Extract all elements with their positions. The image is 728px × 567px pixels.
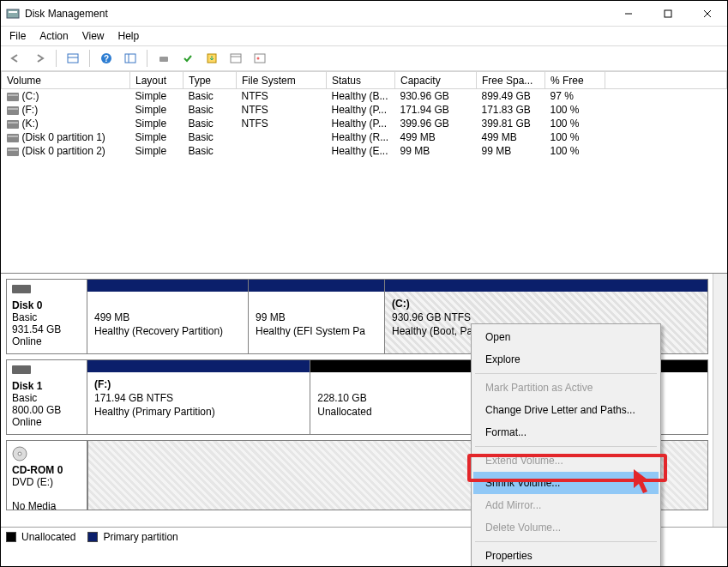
disk-1-title: Disk 1 <box>12 380 42 392</box>
ctx-separator <box>475 446 657 447</box>
col-volume[interactable]: Volume <box>2 72 130 89</box>
column-headers[interactable]: Volume Layout Type File System Status Ca… <box>2 72 727 89</box>
col-fs[interactable]: File System <box>237 72 327 89</box>
ctx-shrink[interactable]: Shrink Volume... <box>473 472 659 494</box>
menubar: File Action View Help <box>1 27 727 46</box>
maximize-button[interactable] <box>648 1 688 27</box>
swatch-unallocated <box>6 532 16 542</box>
ctx-change-letter[interactable]: Change Drive Letter and Paths... <box>473 399 659 421</box>
ctx-mark-active: Mark Partition as Active <box>473 377 659 399</box>
vol-name: (C:) <box>22 90 39 102</box>
svg-text:?: ? <box>104 54 109 63</box>
back-button[interactable] <box>6 49 25 68</box>
col-layout[interactable]: Layout <box>130 72 184 89</box>
drive-icon <box>7 106 19 115</box>
menu-action[interactable]: Action <box>39 30 68 42</box>
svg-rect-10 <box>125 54 135 63</box>
close-button[interactable] <box>688 1 727 27</box>
drive-icon <box>7 93 19 101</box>
menu-view[interactable]: View <box>82 30 105 42</box>
svg-point-17 <box>257 57 260 60</box>
vol-name: (K:) <box>22 118 39 130</box>
ctx-delete: Delete Volume... <box>473 516 659 539</box>
drive-icon <box>7 148 19 156</box>
ctx-explore[interactable]: Explore <box>473 348 659 371</box>
vol-name: (Disk 0 partition 1) <box>22 131 105 143</box>
toolbar-separator <box>147 50 147 67</box>
ctx-extend: Extend Volume... <box>473 449 659 472</box>
svg-rect-16 <box>255 54 265 63</box>
disk1-partition-f[interactable]: (F:)171.94 GB NTFSHealthy (Primary Parti… <box>87 360 310 434</box>
forward-button[interactable] <box>30 49 49 68</box>
stripe-primary <box>249 280 384 292</box>
col-free[interactable]: Free Spa... <box>477 72 545 89</box>
settings-button[interactable] <box>121 49 140 68</box>
titlebar: Disk Management <box>1 1 727 27</box>
cdrom-title: CD-ROM 0 <box>12 464 63 476</box>
table-row[interactable]: (Disk 0 partition 1)SimpleBasicHealthy (… <box>2 130 727 144</box>
disk-1-label[interactable]: Disk 1 Basic 800.00 GB Online <box>7 360 87 434</box>
stripe-primary <box>87 280 248 292</box>
disk0-partition-2[interactable]: 99 MBHealthy (EFI System Pa <box>249 280 385 353</box>
ctx-properties[interactable]: Properties <box>473 545 659 567</box>
svg-rect-3 <box>665 10 671 17</box>
legend-primary-label: Primary partition <box>103 531 177 543</box>
vol-name: (F:) <box>22 104 39 116</box>
disk-icon <box>12 365 31 374</box>
extra-button[interactable] <box>250 49 269 68</box>
disk-icon <box>12 285 31 293</box>
action-checkmark-button[interactable] <box>178 49 197 68</box>
legend-unallocated-label: Unallocated <box>21 531 75 543</box>
menu-help[interactable]: Help <box>118 30 140 42</box>
svg-point-19 <box>18 452 21 455</box>
col-status[interactable]: Status <box>327 72 395 89</box>
svg-rect-0 <box>7 9 19 18</box>
action-save-button[interactable] <box>202 49 221 68</box>
context-menu: Open Explore Mark Partition as Active Ch… <box>471 323 661 567</box>
drive-icon <box>7 134 19 142</box>
disk0-partition-1[interactable]: 499 MBHealthy (Recovery Partition) <box>87 280 249 353</box>
ctx-format[interactable]: Format... <box>473 421 659 443</box>
refresh-button[interactable] <box>154 49 173 68</box>
svg-rect-14 <box>231 54 241 63</box>
scrollbar[interactable] <box>713 274 727 527</box>
svg-rect-6 <box>68 54 78 63</box>
disk-0-title: Disk 0 <box>12 299 42 311</box>
swatch-primary <box>87 532 98 542</box>
volume-list: Volume Layout Type File System Status Ca… <box>1 71 727 274</box>
window-title: Disk Management <box>25 8 609 20</box>
stripe-primary <box>385 280 707 292</box>
toolbar-separator <box>56 50 57 67</box>
ctx-add-mirror: Add Mirror... <box>473 494 659 516</box>
table-row[interactable]: (Disk 0 partition 2)SimpleBasicHealthy (… <box>2 144 727 158</box>
table-row[interactable]: (F:)SimpleBasicNTFSHealthy (P...171.94 G… <box>2 103 727 117</box>
cdrom-label[interactable]: CD-ROM 0 DVD (E:) No Media <box>7 441 87 510</box>
stripe-primary <box>87 360 310 372</box>
app-icon <box>6 7 20 21</box>
properties-button[interactable] <box>226 49 245 68</box>
toolbar-separator <box>89 50 90 67</box>
svg-rect-12 <box>159 57 168 62</box>
svg-rect-1 <box>9 11 17 13</box>
ctx-separator <box>475 373 657 374</box>
col-pct[interactable]: % Free <box>545 72 605 89</box>
toolbar: ? <box>1 46 727 71</box>
drive-icon <box>7 120 19 129</box>
table-row[interactable]: (C:)SimpleBasicNTFSHealthy (B...930.96 G… <box>2 89 727 104</box>
col-capacity[interactable]: Capacity <box>395 72 477 89</box>
cd-icon <box>12 446 27 461</box>
vol-name: (Disk 0 partition 2) <box>22 145 105 157</box>
view-list-button[interactable] <box>63 49 82 68</box>
col-type[interactable]: Type <box>184 72 237 89</box>
ctx-separator <box>475 541 657 542</box>
ctx-open[interactable]: Open <box>473 326 659 348</box>
help-button[interactable]: ? <box>97 49 116 68</box>
disk-0-label[interactable]: Disk 0 Basic 931.54 GB Online <box>7 280 87 353</box>
minimize-button[interactable] <box>609 1 648 27</box>
menu-file[interactable]: File <box>9 30 26 42</box>
table-row[interactable]: (K:)SimpleBasicNTFSHealthy (P...399.96 G… <box>2 117 727 130</box>
